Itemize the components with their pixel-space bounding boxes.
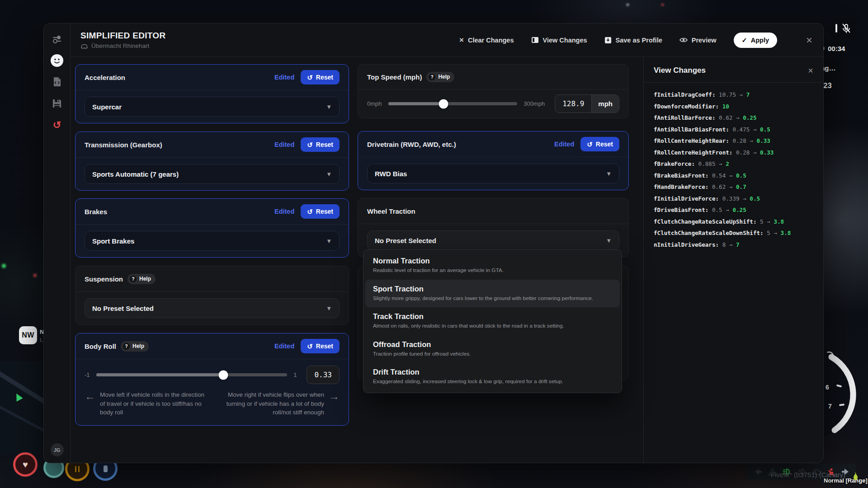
chevron-down-icon: ▼ [326, 103, 332, 110]
health-indicator: ♥ [13, 452, 38, 477]
voice-indicator [830, 18, 856, 39]
help-badge[interactable]: ?Help [121, 341, 149, 352]
top-speed-slider[interactable] [388, 102, 518, 105]
slider-min-label: 0mph [367, 100, 382, 107]
edited-badge: Edited [274, 74, 294, 81]
help-badge[interactable]: ?Help [127, 274, 156, 284]
transmission-select[interactable]: Sports Automatic (7 gears)▼ [85, 164, 340, 184]
editor-header: SIMPLIFIED EDITOR Übermacht Rhinehart × … [71, 23, 823, 57]
apply-button[interactable]: ✓ Apply [734, 33, 777, 48]
brakes-select[interactable]: Sport Brakes▼ [85, 231, 340, 251]
traction-option[interactable]: Drift TractionExaggerated sliding, incre… [365, 363, 620, 391]
change-entry: fInitialDragCoeff: 10.75 → 7 [654, 89, 813, 101]
avatar[interactable]: JG [51, 443, 64, 456]
suspension-card: Suspension ?Help No Preset Selected▼ [75, 266, 349, 325]
chevron-down-icon: ▼ [326, 171, 332, 178]
help-badge[interactable]: ?Help [426, 72, 454, 82]
card-title: Wheel Traction [367, 207, 415, 215]
clear-icon: × [459, 36, 464, 44]
reset-icon: ↺ [307, 74, 313, 81]
simplified-editor-modal: ↺ JG SIMPLIFIED EDITOR Übermacht Rhineha… [43, 23, 824, 463]
chevron-down-icon: ▼ [326, 305, 332, 312]
save-as-profile-button[interactable]: Save as Profile [604, 37, 662, 44]
unit-label: mph [591, 95, 619, 113]
top-speed-value-box[interactable]: 128.9 mph [555, 94, 619, 113]
view-changes-button[interactable]: View Changes [531, 37, 587, 44]
question-icon: ? [123, 343, 130, 350]
editor-sidebar: ↺ JG [44, 23, 71, 463]
traction-option[interactable]: Sport TractionSlightly more grippy, desi… [365, 280, 620, 308]
save-icon[interactable] [50, 97, 64, 110]
vehicle-name: Übermacht Rhinehart [91, 42, 149, 49]
reset-button[interactable]: ↺Reset [301, 339, 340, 353]
panel-close-icon[interactable]: × [808, 66, 813, 75]
slider-max-label: 300mph [524, 100, 545, 107]
traction-option[interactable]: Offroad TractionTraction profile tuned f… [365, 335, 620, 363]
slider-thumb[interactable] [439, 99, 448, 108]
acceleration-card: Acceleration Edited ↺Reset Supercar▼ [75, 64, 349, 123]
voice-range-label: Normal [Range] [824, 477, 868, 484]
question-icon: ? [130, 276, 137, 282]
svg-text:6: 6 [826, 384, 829, 391]
reset-button[interactable]: ↺Reset [301, 204, 340, 219]
change-entry: fRollCentreHeightRear: 0.28 → 0.33 [654, 135, 813, 147]
change-entry: fInitialDriveForce: 0.339 → 0.5 [654, 193, 813, 205]
reset-button[interactable]: ↺Reset [301, 70, 340, 84]
drink-icon [104, 465, 108, 472]
traction-menu: Normal TractionRealistic level of tracti… [363, 249, 622, 393]
body-roll-value-box[interactable]: 0.33 [307, 366, 340, 384]
arrow-right-icon: → [329, 390, 340, 417]
traction-option[interactable]: Normal TractionRealistic level of tracti… [365, 252, 620, 280]
card-title: Transmission (Gearbox) [85, 141, 162, 149]
player-marker-icon [13, 392, 23, 402]
reset-button[interactable]: ↺Reset [580, 137, 619, 151]
tuning-sliders-icon[interactable] [50, 33, 64, 46]
right-hint-text: Move right if vehicle flips over when tu… [215, 390, 324, 417]
pear-icon [852, 472, 859, 482]
slider-min-label: -1 [85, 371, 90, 378]
simplified-mode-icon[interactable] [51, 54, 63, 67]
card-title: Brakes [85, 208, 107, 216]
clear-changes-button[interactable]: × Clear Changes [459, 36, 514, 44]
card-title: Drivetrain (RWD, AWD, etc.) [367, 141, 456, 148]
change-entry: fClutchChangeRateScaleUpShift: 5 → 3.8 [654, 216, 813, 228]
card-title: Suspension [85, 275, 123, 283]
drivetrain-select[interactable]: RWD Bias▼ [367, 164, 619, 183]
change-entry: fRollCentreHeightFront: 0.28 → 0.33 [654, 147, 813, 159]
traction-option[interactable]: Track TractionAlmost on rails, only real… [365, 307, 620, 335]
file-code-icon[interactable] [50, 75, 64, 89]
preview-button[interactable]: Preview [679, 37, 717, 44]
car-icon [80, 43, 88, 49]
edited-badge: Edited [274, 141, 294, 148]
acceleration-select[interactable]: Supercar▼ [85, 97, 340, 117]
editor-content: Acceleration Edited ↺Reset Supercar▼ [71, 57, 643, 463]
page-title: SIMPLIFIED EDITOR [80, 31, 165, 41]
bokeh-white-dot [627, 4, 629, 6]
transmission-card: Transmission (Gearbox) Edited ↺Reset Spo… [75, 131, 349, 191]
change-entry: fAntiRollBarBiasFront: 0.475 → 0.5 [654, 124, 813, 136]
timer-value: 00:34 [828, 45, 845, 52]
wheel-traction-select[interactable]: No Preset Selected▼ [367, 230, 619, 250]
slider-thumb[interactable] [218, 370, 228, 380]
panel-title: View Changes [654, 66, 706, 75]
change-entry: fBrakeForce: 0.885 → 2 [654, 158, 813, 170]
reset-all-icon[interactable]: ↺ [50, 118, 64, 132]
edited-badge: Edited [274, 208, 294, 215]
wheel-traction-card: Wheel Traction No Preset Selected▼ [358, 198, 629, 257]
drivetrain-card: Drivetrain (RWD, AWD, etc.) Edited ↺Rese… [358, 131, 629, 190]
change-entry: fDriveBiasFront: 0.5 → 0.25 [654, 204, 813, 216]
reset-button[interactable]: ↺Reset [301, 137, 340, 152]
minimap [0, 361, 43, 454]
question-icon: ? [429, 74, 435, 80]
suspension-select[interactable]: No Preset Selected▼ [85, 298, 340, 318]
check-icon: ✓ [742, 37, 747, 44]
body-roll-slider[interactable] [96, 373, 288, 376]
reset-icon: ↺ [307, 343, 313, 350]
chevron-down-icon: ▼ [326, 238, 332, 244]
left-hint-text: Move left if vehicle rolls in the direct… [100, 390, 210, 417]
close-icon[interactable]: × [806, 35, 812, 46]
reset-icon: ↺ [307, 141, 313, 148]
card-title: Top Speed (mph) [367, 73, 422, 81]
bokeh-red-dot [33, 274, 37, 277]
edited-badge: Edited [554, 141, 574, 148]
